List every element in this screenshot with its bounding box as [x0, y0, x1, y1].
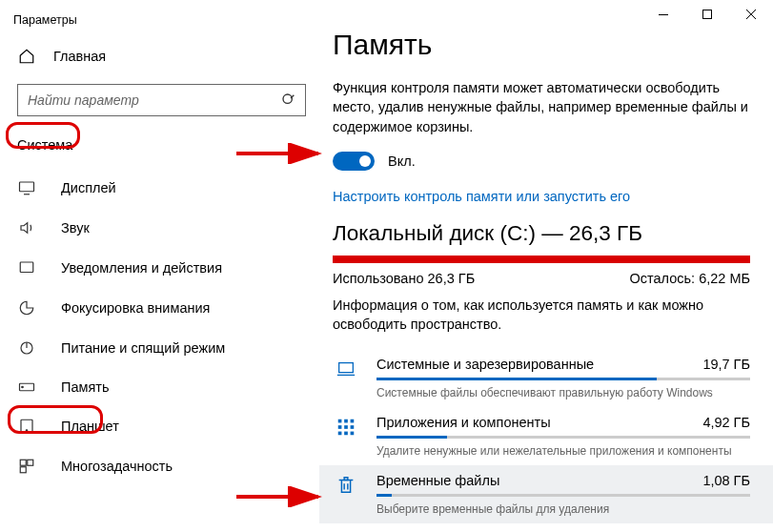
search-container: [17, 84, 306, 116]
laptop-icon: [333, 357, 359, 399]
category-system[interactable]: Системные и зарезервированные19,7 ГБ Сис…: [333, 349, 750, 407]
svg-rect-26: [338, 432, 342, 436]
category-bar: [376, 494, 750, 497]
svg-rect-28: [351, 432, 355, 436]
power-icon: [17, 339, 36, 357]
disk-title: Локальный диск (C:) — 26,3 ГБ: [333, 221, 750, 246]
apps-icon: [333, 415, 359, 458]
category-apps[interactable]: Приложения и компоненты4,92 ГБ Удалите н…: [333, 407, 750, 465]
svg-rect-1: [703, 10, 712, 19]
svg-point-12: [22, 386, 24, 388]
configure-storage-sense-link[interactable]: Настроить контроль памяти или запустить …: [333, 189, 630, 204]
nav-item-multitask[interactable]: Многозадачность: [0, 446, 319, 486]
svg-rect-25: [351, 426, 355, 430]
home-icon: [17, 48, 36, 65]
category-subtitle: Удалите ненужные или нежелательные прило…: [376, 444, 750, 458]
disk-remaining-label: Осталось: 6,22 МБ: [630, 271, 750, 286]
home-label: Главная: [53, 49, 106, 64]
nav-label: Дисплей: [61, 180, 116, 195]
nav-item-display[interactable]: Дисплей: [0, 168, 319, 208]
nav-item-notifications[interactable]: Уведомления и действия: [0, 248, 319, 288]
svg-rect-23: [338, 426, 342, 430]
nav-label: Многозадачность: [61, 459, 173, 474]
nav-label: Питание и спящий режим: [61, 340, 225, 356]
storage-icon: [17, 380, 36, 394]
svg-rect-24: [344, 426, 348, 430]
svg-point-14: [26, 430, 28, 432]
nav-label: Звук: [61, 220, 90, 235]
nav-label: Уведомления и действия: [61, 260, 222, 276]
category-size: 1,08 ГБ: [702, 473, 750, 488]
disk-usage-bar: [333, 256, 750, 263]
disk-info-text: Информация о том, как используется памят…: [333, 296, 742, 335]
focus-icon: [17, 299, 36, 317]
category-bar: [376, 378, 750, 380]
tablet-icon: [17, 418, 36, 435]
svg-point-4: [283, 94, 292, 103]
storage-sense-description: Функция контроля памяти может автоматиче…: [333, 78, 750, 136]
svg-rect-16: [28, 460, 33, 465]
disk-used-label: Использовано 26,3 ГБ: [333, 271, 475, 286]
window-title: Параметры: [0, 10, 319, 40]
category-name: Приложения и компоненты: [376, 415, 551, 430]
svg-rect-8: [20, 262, 33, 273]
home-nav[interactable]: Главная: [0, 40, 319, 72]
minimize-button[interactable]: [641, 0, 685, 29]
nav-item-sound[interactable]: Звук: [0, 208, 319, 248]
nav-label: Планшет: [61, 419, 119, 434]
multitask-icon: [17, 458, 36, 475]
nav-item-focus[interactable]: Фокусировка внимания: [0, 288, 319, 328]
storage-sense-toggle[interactable]: [333, 152, 375, 171]
nav-item-power[interactable]: Питание и спящий режим: [0, 328, 319, 368]
svg-rect-0: [659, 14, 668, 15]
nav-label: Память: [61, 379, 110, 395]
svg-rect-22: [351, 419, 355, 423]
category-temp-files[interactable]: Временные файлы1,08 ГБ Выберите временны…: [333, 473, 750, 516]
category-name: Временные файлы: [376, 473, 499, 488]
trash-icon: [333, 473, 359, 516]
svg-rect-18: [339, 363, 354, 373]
section-label: Система: [0, 128, 319, 162]
svg-rect-20: [338, 419, 342, 423]
category-size: 19,7 ГБ: [702, 357, 750, 372]
search-icon: [281, 92, 296, 108]
search-input[interactable]: [17, 84, 306, 116]
svg-rect-21: [344, 419, 348, 423]
nav-item-tablet[interactable]: Планшет: [0, 406, 319, 446]
category-subtitle: Системные файлы обеспечивают правильную …: [376, 386, 750, 399]
content-pane: Память Функция контроля памяти может авт…: [319, 0, 773, 532]
svg-rect-27: [344, 432, 348, 436]
svg-rect-15: [20, 460, 26, 465]
nav-item-storage[interactable]: Память: [0, 368, 319, 406]
toggle-state-label: Вкл.: [388, 153, 416, 169]
category-bar: [376, 436, 750, 439]
category-subtitle: Выберите временные файлы для удаления: [376, 502, 750, 516]
nav-list: Дисплей Звук Уведомления и действия Фоку…: [0, 162, 319, 486]
category-size: 4,92 ГБ: [702, 415, 750, 430]
notifications-icon: [17, 259, 36, 276]
category-name: Системные и зарезервированные: [376, 357, 594, 372]
svg-rect-17: [20, 467, 26, 473]
svg-rect-6: [20, 182, 34, 192]
maximize-button[interactable]: [685, 0, 729, 29]
close-button[interactable]: [729, 0, 773, 29]
page-title: Память: [333, 29, 750, 61]
sidebar: Параметры Главная Система Дисплей З: [0, 0, 319, 532]
display-icon: [17, 179, 36, 196]
sound-icon: [17, 219, 36, 236]
nav-label: Фокусировка внимания: [61, 300, 210, 316]
